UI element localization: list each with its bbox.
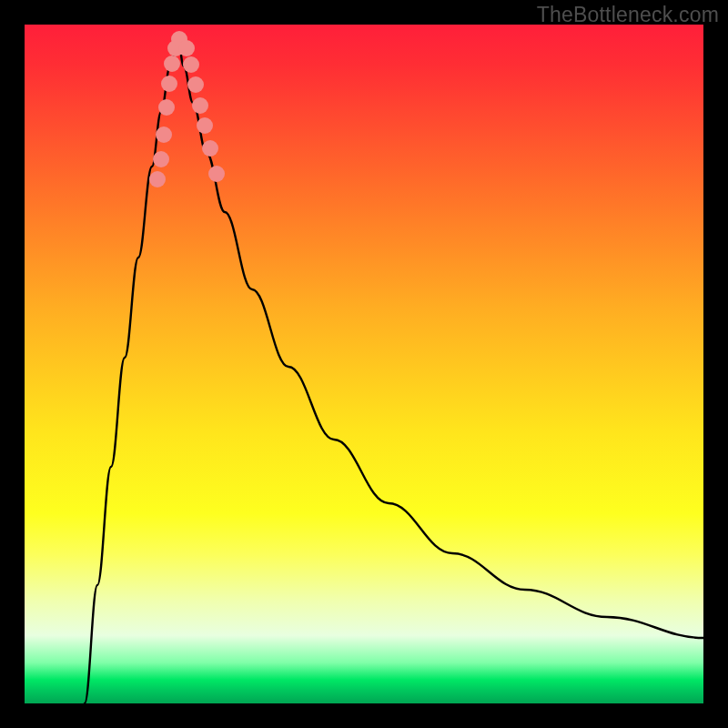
marker-group xyxy=(149,31,225,187)
marker-dot xyxy=(183,56,199,73)
chart-frame: TheBottleneck.com xyxy=(0,0,728,728)
marker-dot xyxy=(197,117,213,134)
curve-group xyxy=(85,36,703,703)
curve-right-branch xyxy=(177,36,703,638)
marker-dot xyxy=(192,97,208,114)
marker-dot xyxy=(161,76,177,92)
chart-svg xyxy=(25,25,703,703)
marker-dot xyxy=(202,140,218,157)
marker-dot xyxy=(164,56,180,72)
marker-dot xyxy=(187,76,204,93)
marker-dot xyxy=(156,126,172,143)
marker-dot xyxy=(153,151,169,167)
marker-dot xyxy=(158,99,175,116)
marker-dot xyxy=(208,166,225,182)
watermark-text: TheBottleneck.com xyxy=(537,3,719,27)
marker-dot xyxy=(149,171,166,187)
marker-dot xyxy=(178,40,195,56)
plot-area xyxy=(25,25,703,703)
